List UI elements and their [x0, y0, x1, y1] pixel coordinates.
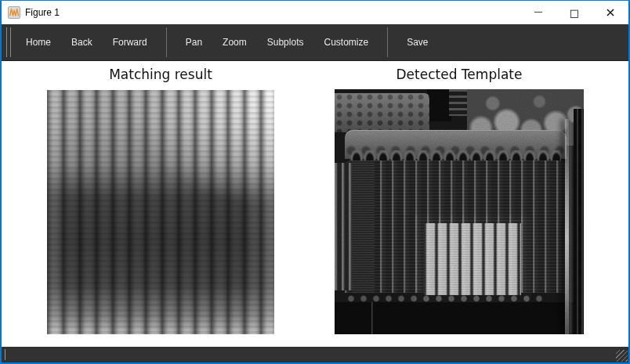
toolbar-separator	[166, 27, 167, 57]
maximize-icon: □	[570, 8, 579, 18]
resize-grip-icon[interactable]	[616, 350, 628, 362]
toolbar-separator	[387, 27, 388, 57]
caption-buttons: — □ ×	[520, 1, 628, 24]
detected-template-image[interactable]	[335, 89, 584, 334]
close-icon: ×	[605, 6, 615, 19]
close-button[interactable]: ×	[592, 1, 628, 24]
maximize-button[interactable]: □	[556, 1, 592, 24]
sem-bright-rim	[565, 119, 569, 334]
forward-button[interactable]: Forward	[111, 32, 149, 52]
customize-button[interactable]: Customize	[322, 32, 370, 52]
save-button[interactable]: Save	[405, 32, 429, 52]
toolbar-grip-handle	[6, 27, 11, 57]
matplotlib-app-icon	[8, 6, 20, 19]
right-plot-title: Detected Template	[335, 67, 584, 82]
home-button[interactable]: Home	[24, 32, 52, 52]
zoom-button[interactable]: Zoom	[221, 32, 248, 52]
sem-bottom-shadow	[335, 302, 584, 334]
back-button[interactable]: Back	[70, 32, 94, 52]
navigation-toolbar: Home Back Forward Pan Zoom Subplots Cust…	[2, 24, 628, 61]
sem-dark-gap	[427, 89, 452, 121]
sem-right-columns	[574, 109, 584, 334]
minimize-button[interactable]: —	[520, 1, 556, 24]
figure-window: Figure 1 — □ × Home Back Forward Pan Zoo…	[0, 0, 630, 364]
minimize-icon: —	[534, 7, 543, 16]
subplots-button[interactable]: Subplots	[266, 32, 306, 52]
sem-left-slab	[352, 160, 375, 293]
statusbar	[2, 347, 628, 362]
pan-button[interactable]: Pan	[184, 32, 204, 52]
titlebar[interactable]: Figure 1 — □ ×	[2, 1, 628, 24]
detected-region-highlight	[424, 223, 521, 295]
sem-left-columns	[335, 163, 352, 290]
sem-dotted-slab	[335, 93, 429, 132]
statusbar-grip-handle	[5, 349, 5, 360]
window-title: Figure 1	[25, 7, 60, 18]
matching-result-image[interactable]	[47, 90, 274, 334]
figure-canvas[interactable]: Matching result Detected Template	[2, 61, 628, 347]
left-plot-title: Matching result	[47, 67, 274, 82]
